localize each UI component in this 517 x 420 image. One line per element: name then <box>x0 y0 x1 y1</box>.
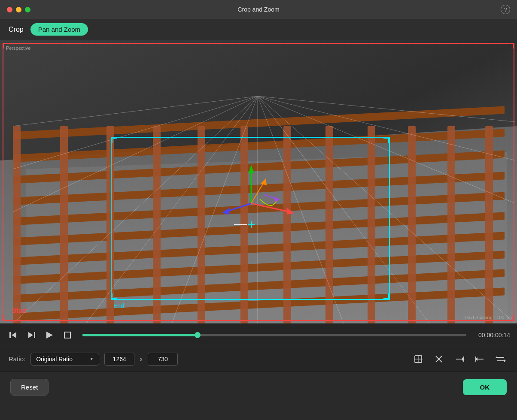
svg-rect-56 <box>64 332 70 338</box>
step-forward-button[interactable] <box>25 329 38 341</box>
play-button[interactable] <box>43 329 56 341</box>
perspective-label: Perspective <box>6 45 30 51</box>
timecode: 00:00:00:14 <box>478 332 510 338</box>
ok-button[interactable]: OK <box>463 379 507 395</box>
help-button[interactable]: ? <box>501 5 510 14</box>
svg-rect-13 <box>13 126 21 323</box>
svg-marker-54 <box>28 332 33 338</box>
width-input[interactable] <box>104 353 134 366</box>
minimize-button[interactable] <box>16 7 21 12</box>
close-button[interactable] <box>7 7 12 12</box>
scene-canvas <box>0 40 517 323</box>
svg-rect-19 <box>283 126 291 323</box>
svg-rect-24 <box>485 126 493 323</box>
scrubber[interactable] <box>82 334 466 336</box>
start-label: Start <box>12 307 27 314</box>
svg-marker-52 <box>12 332 16 338</box>
tab-bar: Crop Pan and Zoom <box>0 19 517 40</box>
ratio-dropdown[interactable]: Original Ratio ▼ <box>30 353 99 366</box>
svg-rect-51 <box>9 332 11 338</box>
ratio-bar: Ratio: Original Ratio ▼ x <box>0 346 517 372</box>
chevron-down-icon: ▼ <box>89 357 94 361</box>
scrubber-thumb[interactable] <box>195 332 201 338</box>
bottom-bar: Reset OK <box>0 372 517 402</box>
height-input[interactable] <box>148 353 178 366</box>
viewport: End Perspective Start Grid Spacing : 100… <box>0 40 517 323</box>
window-controls <box>7 7 30 12</box>
svg-rect-21 <box>368 126 375 323</box>
svg-rect-17 <box>198 126 205 323</box>
step-back-button[interactable] <box>7 329 20 341</box>
dimension-separator: x <box>140 356 143 363</box>
svg-marker-55 <box>46 332 53 338</box>
swap-icon-button[interactable] <box>493 351 508 367</box>
window-title: Crop and Zoom <box>237 6 279 13</box>
tab-crop[interactable]: Crop <box>9 24 24 35</box>
titlebar: Crop and Zoom ? <box>0 0 517 19</box>
svg-rect-15 <box>106 126 114 323</box>
scrubber-fill <box>82 334 198 336</box>
svg-rect-16 <box>153 126 161 323</box>
trim-left-icon-button[interactable] <box>472 351 488 367</box>
svg-rect-20 <box>325 126 333 323</box>
grid-spacing-label: Grid Spacing : 100 cm <box>465 315 512 320</box>
stop-button[interactable] <box>61 329 74 341</box>
svg-rect-14 <box>60 126 68 323</box>
svg-rect-23 <box>447 126 455 323</box>
tab-pan-and-zoom[interactable]: Pan and Zoom <box>30 23 88 36</box>
crop-icon-button[interactable] <box>411 351 426 367</box>
fullscreen-button[interactable] <box>25 7 30 12</box>
svg-rect-53 <box>34 332 35 338</box>
svg-marker-74 <box>504 360 506 362</box>
reset-button[interactable]: Reset <box>10 379 49 396</box>
ratio-label: Ratio: <box>9 355 25 363</box>
transport-bar: 00:00:00:14 <box>0 323 517 346</box>
trim-right-icon-button[interactable] <box>452 351 467 367</box>
close-icon-button[interactable] <box>431 351 447 367</box>
svg-rect-22 <box>408 126 416 323</box>
svg-marker-72 <box>496 356 497 359</box>
